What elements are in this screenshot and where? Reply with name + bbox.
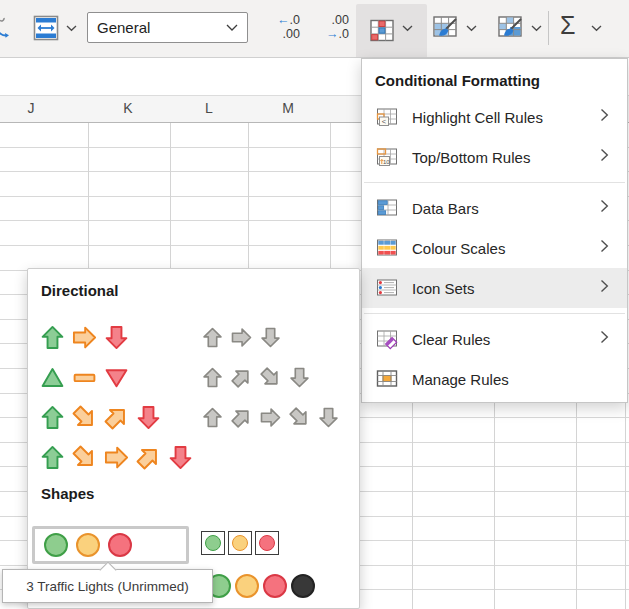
- triangle-up-green-icon: [39, 364, 66, 391]
- menu-item-clear-rules[interactable]: Clear Rules: [362, 319, 627, 359]
- number-format-value: General: [97, 19, 150, 36]
- arrow-down-grey-icon: [288, 366, 311, 389]
- arrow-down-right-grey-icon: [254, 361, 287, 394]
- menu-item-label: Highlight Cell Rules: [412, 109, 600, 126]
- menu-title: Conditional Formatting: [362, 71, 627, 91]
- sign-red-icon: [255, 531, 279, 555]
- icon-sets-flyout: Directional: [27, 268, 360, 609]
- submenu-chevron-icon: [600, 279, 609, 297]
- arrow-up-green-icon: [39, 444, 66, 471]
- arrow-down-grey-icon: [259, 326, 282, 349]
- cell-styles-button[interactable]: [497, 14, 525, 46]
- toolbar-separator: [548, 11, 549, 45]
- merge-center-button[interactable]: [32, 13, 60, 47]
- iconset-3-triangles[interactable]: [39, 364, 130, 391]
- decrease-decimal-label: .00: [332, 13, 349, 27]
- menu-item-label: Icon Sets: [412, 280, 600, 297]
- dash-orange-icon: [71, 364, 98, 391]
- arrow-up-grey-icon: [201, 366, 224, 389]
- sign-green-icon: [201, 531, 225, 555]
- number-format-select[interactable]: General: [87, 12, 248, 43]
- arrow-up-green-icon: [39, 404, 66, 431]
- merge-dropdown-chevron-icon[interactable]: [66, 25, 77, 32]
- increase-decimal-label: .0: [290, 13, 300, 27]
- arrow-down-red-icon: [103, 324, 130, 351]
- iconset-5-arrows-coloured[interactable]: [39, 444, 194, 471]
- conditional-formatting-menu: Conditional Formatting < Highlight Cell …: [361, 58, 628, 403]
- menu-item-highlight-cell-rules[interactable]: < Highlight Cell Rules: [362, 97, 627, 137]
- menu-item-label: Manage Rules: [412, 371, 609, 388]
- column-header[interactable]: J: [28, 100, 35, 116]
- top-bottom-rules-icon: 10: [375, 146, 399, 168]
- highlight-cell-rules-icon: <: [375, 106, 399, 128]
- submenu-chevron-icon: [600, 199, 609, 217]
- merge-center-icon: [32, 13, 60, 43]
- circle-red-icon: [263, 574, 287, 598]
- submenu-chevron-icon: [600, 108, 609, 126]
- arrow-up-green-icon: [39, 324, 66, 351]
- conditional-formatting-icon: [369, 18, 396, 44]
- conditional-formatting-button[interactable]: [356, 4, 427, 57]
- circle-black-icon: [291, 574, 315, 598]
- left-arrow-glyph: ←: [277, 13, 290, 27]
- circle-yellow-icon: [76, 533, 100, 557]
- tooltip-text: 3 Traffic Lights (Unrimmed): [26, 579, 189, 594]
- tooltip: 3 Traffic Lights (Unrimmed): [2, 569, 213, 603]
- increase-decimal-button[interactable]: ←.0 .00: [258, 13, 300, 41]
- format-as-table-button[interactable]: [432, 14, 460, 46]
- arrow-up-right-orange-icon: [97, 398, 135, 436]
- icon-sets-icon: [375, 277, 399, 299]
- iconset-3-signs[interactable]: [201, 531, 279, 555]
- circle-yellow-icon: [235, 574, 259, 598]
- circle-red-icon: [108, 533, 132, 557]
- arrow-up-right-grey-icon: [225, 361, 258, 394]
- submenu-chevron-icon: [600, 148, 609, 166]
- column-header[interactable]: K: [123, 100, 132, 116]
- ribbon-toolbar: General ←.0 .00 .00 →.0: [0, 0, 629, 58]
- arrow-up-grey-icon: [201, 406, 224, 429]
- iconset-3-arrows-coloured[interactable]: [39, 324, 130, 351]
- decrease-decimal-button[interactable]: .00 →.0: [307, 13, 349, 41]
- menu-item-top-bottom-rules[interactable]: 10 Top/Bottom Rules: [362, 137, 627, 177]
- iconset-3-traffic-lights-unrimmed[interactable]: [32, 526, 189, 564]
- iconset-4-arrows-grey[interactable]: [201, 366, 311, 389]
- menu-separator: [364, 313, 625, 314]
- clear-rules-icon: [375, 328, 399, 350]
- menu-item-data-bars[interactable]: Data Bars: [362, 188, 627, 228]
- sign-yellow-icon: [228, 531, 252, 555]
- chevron-down-icon: [226, 24, 238, 32]
- column-header[interactable]: L: [205, 100, 213, 116]
- menu-item-icon-sets[interactable]: Icon Sets: [362, 268, 627, 308]
- circle-green-icon: [44, 533, 68, 557]
- submenu-chevron-icon: [600, 239, 609, 257]
- manage-rules-icon: [375, 368, 399, 390]
- triangle-down-red-icon: [103, 364, 130, 391]
- iconset-3-arrows-grey[interactable]: [201, 326, 282, 349]
- iconset-4-traffic-lights[interactable]: [207, 574, 315, 598]
- menu-item-colour-scales[interactable]: Colour Scales: [362, 228, 627, 268]
- format-as-table-icon: [432, 14, 460, 42]
- orientation-icon-partial: [0, 16, 10, 44]
- arrow-right-grey-icon: [259, 406, 282, 429]
- menu-item-manage-rules[interactable]: Manage Rules: [362, 359, 627, 399]
- arrow-down-red-icon: [167, 444, 194, 471]
- format-as-table-chevron-icon[interactable]: [466, 25, 477, 32]
- increase-decimal-label2: .00: [283, 27, 300, 41]
- column-header[interactable]: M: [282, 100, 294, 116]
- iconset-4-arrows-coloured[interactable]: [39, 404, 162, 431]
- arrow-up-right-grey-icon: [225, 401, 258, 434]
- cell-styles-chevron-icon[interactable]: [531, 25, 542, 32]
- menu-separator: [364, 182, 625, 183]
- shapes-section-title: Shapes: [41, 485, 94, 502]
- arrow-up-right-orange-icon: [129, 438, 167, 476]
- arrow-right-orange-icon: [71, 324, 98, 351]
- arrow-up-grey-icon: [201, 326, 224, 349]
- autosum-button[interactable]: Σ: [560, 11, 575, 40]
- autosum-chevron-icon[interactable]: [591, 25, 602, 32]
- iconset-5-arrows-grey[interactable]: [201, 406, 340, 429]
- menu-item-label: Data Bars: [412, 200, 600, 217]
- arrow-down-right-orange-icon: [65, 438, 103, 476]
- menu-item-label: Top/Bottom Rules: [412, 149, 600, 166]
- arrow-down-grey-icon: [317, 406, 340, 429]
- svg-text:<: <: [382, 117, 387, 126]
